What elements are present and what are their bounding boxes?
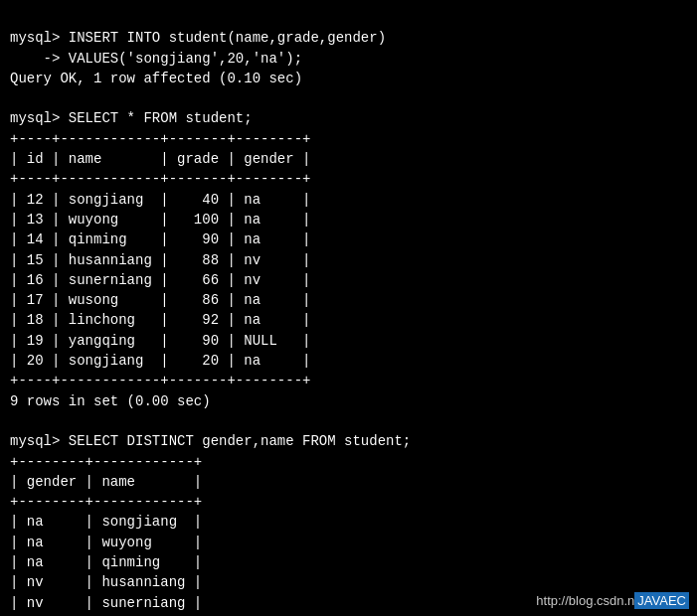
watermark: http://blog.csdn.nJAVAEC: [536, 593, 689, 608]
table1-row-9: | 20 | songjiang | 20 | na |: [10, 353, 310, 369]
table1-header: | id | name | grade | gender |: [10, 151, 310, 167]
table1-result: 9 rows in set (0.00 sec): [10, 393, 211, 409]
table2-row-5: | nv | sunerniang |: [10, 595, 202, 611]
table1-row-4: | 15 | husanniang | 88 | nv |: [10, 252, 310, 268]
affected-text: affected: [143, 71, 210, 86]
table2-row-4: | nv | husanniang |: [10, 574, 202, 590]
table2-row-2: | na | wuyong |: [10, 535, 202, 550]
watermark-highlight: JAVAEC: [634, 592, 689, 609]
table1-row-6: | 17 | wusong | 86 | na |: [10, 292, 310, 308]
table1-border2: +----+------------+-------+--------+: [10, 171, 310, 187]
table1-row-1: | 12 | songjiang | 40 | na |: [10, 192, 310, 208]
table1-border3: +----+------------+-------+--------+: [10, 373, 310, 388]
line-2: -> VALUES('songjiang',20,'na');: [10, 51, 302, 67]
line-5: mysql> SELECT DISTINCT gender,name FROM …: [10, 433, 411, 449]
table2-row-1: | na | songjiang |: [10, 514, 202, 530]
line-3: Query OK, 1 row affected (0.10 sec): [10, 71, 302, 86]
table1-row-5: | 16 | sunerniang | 66 | nv |: [10, 272, 310, 288]
table1-row-8: | 19 | yangqing | 90 | NULL |: [10, 333, 310, 349]
table2-border1: +--------+------------+: [10, 454, 202, 470]
line-4: mysql> SELECT * FROM student;: [10, 110, 253, 126]
table1-row-7: | 18 | linchong | 92 | na |: [10, 312, 310, 328]
watermark-url: http://blog.csdn.n: [536, 593, 634, 608]
table1-row-2: | 13 | wuyong | 100 | na |: [10, 212, 310, 228]
table1-border1: +----+------------+-------+--------+: [10, 131, 310, 147]
table2-border2: +--------+------------+: [10, 494, 202, 510]
table1-row-3: | 14 | qinming | 90 | na |: [10, 231, 310, 247]
line-1: mysql> INSERT INTO student(name,grade,ge…: [10, 30, 386, 46]
table2-header: | gender | name |: [10, 474, 202, 490]
terminal-output: mysql> INSERT INTO student(name,grade,ge…: [0, 0, 697, 616]
table2-row-3: | na | qinming |: [10, 554, 202, 570]
